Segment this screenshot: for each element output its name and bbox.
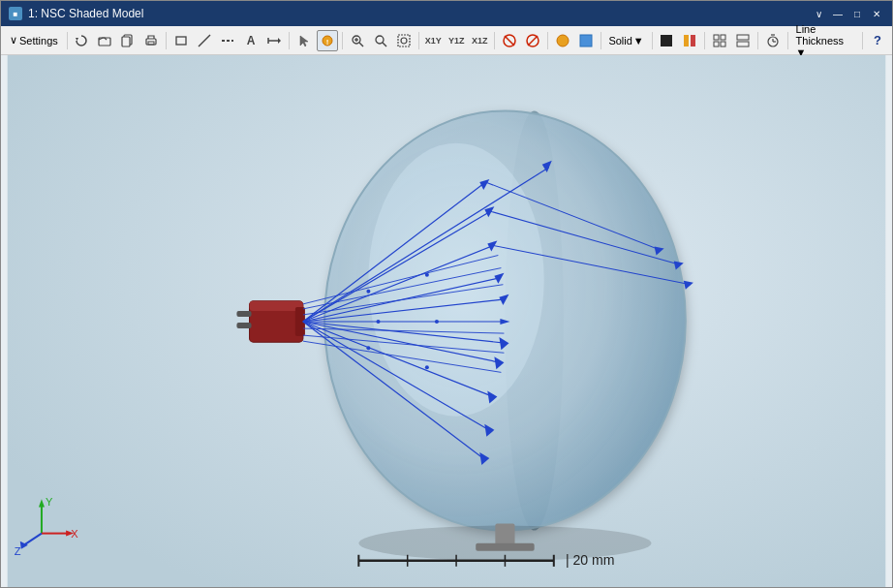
svg-rect-6 (176, 37, 186, 45)
no-rays-button[interactable] (499, 30, 520, 51)
x1y-label: X1Y (425, 36, 442, 46)
svg-point-21 (401, 38, 407, 44)
svg-rect-48 (476, 543, 534, 551)
title-controls: ∨ — □ ✕ (811, 6, 884, 21)
svg-marker-10 (278, 38, 281, 44)
svg-rect-53 (236, 323, 251, 328)
line-thickness-dropdown[interactable]: Line Thickness ▼ (792, 30, 859, 51)
separator-8 (600, 32, 601, 49)
svg-line-7 (199, 35, 210, 46)
window-title: 1: NSC Shaded Model (28, 7, 143, 20)
separator-12 (787, 32, 788, 49)
x1y-button[interactable]: X1Y (422, 30, 444, 51)
text-tool-button[interactable]: A (240, 30, 262, 51)
settings-label: Settings (19, 35, 58, 46)
separator-4 (342, 32, 343, 49)
svg-rect-20 (398, 35, 410, 46)
separator-13 (862, 32, 863, 49)
timer-button[interactable] (762, 30, 784, 51)
restore-button[interactable]: — (830, 6, 846, 21)
svg-rect-32 (721, 35, 725, 40)
svg-text:| 20 mm: | 20 mm (566, 552, 615, 568)
zoom-rect-button[interactable] (370, 30, 391, 51)
svg-rect-29 (684, 35, 689, 46)
svg-text:X: X (71, 528, 78, 540)
annotation-button[interactable]: ! (317, 30, 338, 51)
svg-rect-28 (661, 35, 672, 46)
x1z-label: X1Z (472, 36, 488, 46)
refresh-button[interactable] (71, 30, 92, 51)
zoom-all-button[interactable] (393, 30, 415, 51)
y1z-button[interactable]: Y1Z (446, 30, 467, 51)
no-sources-button[interactable] (522, 30, 543, 51)
open-button[interactable] (94, 30, 115, 51)
svg-point-91 (435, 320, 439, 324)
solid-label: Solid (608, 35, 631, 46)
svg-rect-52 (236, 311, 251, 317)
svg-rect-36 (737, 42, 749, 46)
separator-6 (494, 32, 495, 49)
separator-3 (289, 32, 290, 49)
svg-point-90 (376, 320, 380, 324)
solid-dropdown[interactable]: Solid ▼ (604, 30, 647, 51)
toolbar: ∨ Settings A (1, 26, 892, 55)
title-bar-left: ■ 1: NSC Shaded Model (9, 7, 143, 20)
black-square-button[interactable] (656, 30, 677, 51)
svg-marker-0 (76, 38, 78, 41)
title-bar: ■ 1: NSC Shaded Model ∨ — □ ✕ (1, 1, 892, 26)
print-button[interactable] (140, 30, 162, 51)
viewport-svg: | 20 mm Y X Z (1, 55, 892, 587)
help-button[interactable]: ? (867, 30, 888, 51)
svg-rect-30 (691, 35, 695, 46)
obj-square-button[interactable] (575, 30, 597, 51)
svg-text:Z: Z (15, 545, 21, 557)
maximize-button[interactable]: □ (849, 6, 865, 21)
line-thickness-label: Line Thickness ▼ (796, 23, 855, 58)
svg-text:!: ! (326, 38, 329, 46)
svg-point-26 (557, 35, 569, 46)
close-button[interactable]: ✕ (869, 6, 884, 21)
separator-7 (547, 32, 548, 49)
svg-point-95 (425, 365, 429, 369)
svg-line-15 (359, 43, 363, 46)
svg-line-19 (383, 43, 386, 46)
y1z-label: Y1Z (448, 36, 465, 46)
separator-5 (418, 32, 419, 49)
rect-tool-button[interactable] (170, 30, 192, 51)
solid-dropdown-arrow: ▼ (633, 35, 644, 46)
separator-2 (166, 32, 167, 49)
viewport[interactable]: | 20 mm Y X Z (1, 55, 892, 587)
x1z-button[interactable]: X1Z (469, 30, 490, 51)
svg-text:Y: Y (46, 496, 53, 508)
separator-1 (67, 32, 68, 49)
minimize-button[interactable]: ∨ (811, 6, 826, 21)
dash-tool-button[interactable] (217, 30, 238, 51)
help-icon: ? (874, 33, 881, 47)
copy-button[interactable] (117, 30, 139, 51)
svg-rect-34 (721, 42, 725, 46)
cursor-button[interactable] (293, 30, 315, 51)
svg-line-23 (505, 36, 514, 46)
layout2-button[interactable] (732, 30, 754, 51)
svg-rect-27 (580, 35, 592, 46)
separator-11 (757, 32, 758, 49)
svg-rect-35 (737, 35, 749, 40)
arrow-tool-button[interactable] (263, 30, 285, 51)
window-icon: ■ (9, 7, 22, 20)
svg-point-92 (366, 290, 370, 294)
chevron-down-icon: ∨ (10, 34, 17, 46)
color-button[interactable] (679, 30, 700, 51)
svg-rect-5 (148, 42, 154, 45)
separator-10 (704, 32, 705, 49)
svg-rect-3 (122, 37, 130, 46)
svg-rect-50 (250, 301, 303, 311)
svg-point-94 (366, 346, 370, 350)
svg-rect-33 (714, 42, 719, 46)
svg-point-93 (425, 273, 429, 277)
svg-rect-31 (714, 35, 719, 40)
layout1-button[interactable] (709, 30, 730, 51)
zoom-in-button[interactable] (347, 30, 368, 51)
line-tool-button[interactable] (194, 30, 215, 51)
obj-circle-button[interactable] (552, 30, 573, 51)
settings-button[interactable]: ∨ Settings (5, 30, 63, 51)
